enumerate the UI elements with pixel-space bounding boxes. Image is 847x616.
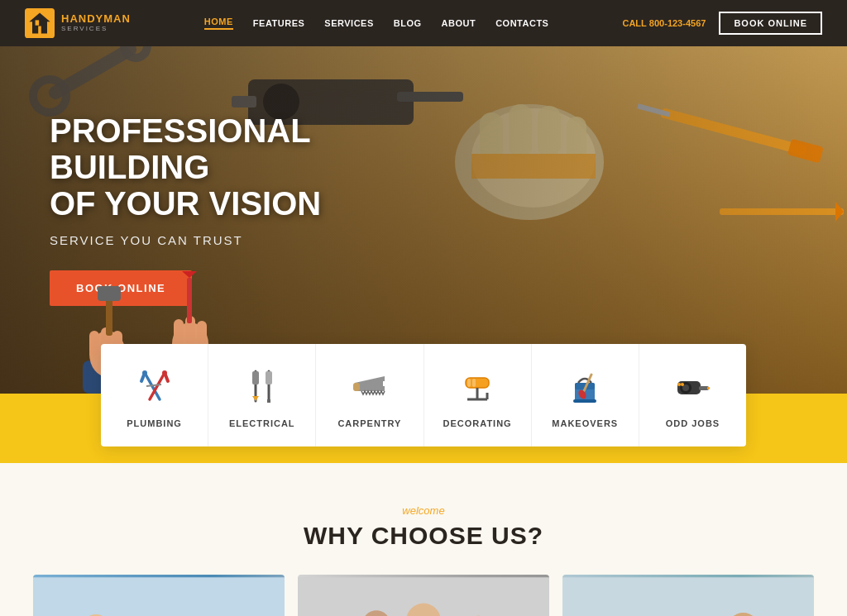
svg-rect-58 xyxy=(467,379,471,387)
hero-title-line2: OF YOUR VISION xyxy=(50,185,321,222)
service-electrical[interactable]: ELECTRICAL xyxy=(208,344,316,446)
why-title: WHY CHOOSE US? xyxy=(33,522,814,550)
why-images xyxy=(33,575,814,616)
svg-point-42 xyxy=(142,370,147,375)
svg-rect-33 xyxy=(174,319,184,346)
plumbing-icon xyxy=(134,367,175,408)
svg-rect-26 xyxy=(89,331,99,356)
svg-rect-59 xyxy=(472,379,476,387)
logo-brand-part1: HANDY xyxy=(61,12,103,25)
makeovers-icon xyxy=(564,367,605,408)
logo: HANDYMAN SERVICES xyxy=(25,8,131,38)
decorating-label: DECORATING xyxy=(443,418,512,428)
svg-rect-72 xyxy=(33,577,285,616)
why-image-1 xyxy=(33,575,285,616)
call-info: CALL 800-123-4567 xyxy=(622,18,706,28)
nav-services[interactable]: SERVICES xyxy=(324,18,373,28)
why-section: welcome WHY CHOOSE US? xyxy=(0,463,847,616)
svg-point-71 xyxy=(681,383,684,386)
logo-text: HANDYMAN SERVICES xyxy=(61,13,131,32)
call-number[interactable]: 800-123-4567 xyxy=(649,18,706,28)
svg-rect-30 xyxy=(98,286,121,301)
service-odd-jobs[interactable]: ODD JOBS xyxy=(639,344,746,446)
svg-rect-2 xyxy=(36,20,40,25)
services-card: PLUMBING ELECTRICAL xyxy=(101,344,746,446)
header-book-button[interactable]: BOOK ONLINE xyxy=(719,12,822,35)
hero-title-line1: PROFESSIONAL BUILDING xyxy=(50,112,310,185)
logo-brand: HANDYMAN xyxy=(61,13,131,25)
svg-rect-52 xyxy=(353,383,360,391)
svg-rect-49 xyxy=(266,371,272,384)
odd-jobs-label: ODD JOBS xyxy=(666,418,720,428)
service-makeovers[interactable]: MAKEOVERS xyxy=(532,344,639,446)
nav-about[interactable]: ABOUT xyxy=(442,18,476,28)
electrical-label: ELECTRICAL xyxy=(229,418,295,428)
svg-marker-37 xyxy=(182,271,197,278)
electrical-icon xyxy=(242,367,283,408)
svg-rect-36 xyxy=(187,278,192,323)
svg-rect-50 xyxy=(267,399,270,403)
makeovers-label: MAKEOVERS xyxy=(552,418,618,428)
logo-icon xyxy=(25,8,55,38)
odd-jobs-icon xyxy=(672,367,713,408)
nav-features[interactable]: FEATURES xyxy=(253,18,304,28)
service-decorating[interactable]: DECORATING xyxy=(424,344,532,446)
why-welcome: welcome xyxy=(33,504,814,517)
logo-brand-accent: MAN xyxy=(103,12,131,25)
svg-rect-46 xyxy=(252,371,259,384)
header-right: CALL 800-123-4567 BOOK ONLINE xyxy=(622,12,822,35)
carpentry-label: CARPENTRY xyxy=(337,418,401,428)
service-plumbing[interactable]: PLUMBING xyxy=(101,344,208,446)
services-bar: PLUMBING ELECTRICAL xyxy=(0,394,847,463)
hero-title: PROFESSIONAL BUILDING OF YOUR VISION xyxy=(50,112,447,222)
svg-rect-85 xyxy=(562,577,814,616)
nav-contacts[interactable]: CONTACTS xyxy=(495,18,548,28)
nav-blog[interactable]: BLOG xyxy=(394,18,422,28)
carpentry-icon xyxy=(349,367,390,408)
svg-rect-64 xyxy=(573,399,596,403)
svg-line-44 xyxy=(146,384,161,386)
site-header: HANDYMAN SERVICES HOME FEATURES SERVICES… xyxy=(0,0,847,46)
call-label: CALL xyxy=(622,18,646,28)
plumbing-label: PLUMBING xyxy=(127,418,182,428)
decorating-icon xyxy=(457,367,498,408)
svg-point-43 xyxy=(162,370,167,375)
why-image-3 xyxy=(562,575,814,616)
nav-home[interactable]: HOME xyxy=(204,17,233,30)
svg-marker-47 xyxy=(252,396,259,401)
hero-section: PROFESSIONAL BUILDING OF YOUR VISION SER… xyxy=(0,46,847,394)
service-carpentry[interactable]: CARPENTRY xyxy=(316,344,424,446)
why-image-2 xyxy=(298,575,549,616)
hero-subtitle: SERVICE YOU CAN TRUST xyxy=(50,233,447,247)
main-nav: HOME FEATURES SERVICES BLOG ABOUT CONTAC… xyxy=(204,17,549,30)
svg-point-70 xyxy=(677,383,681,386)
svg-rect-35 xyxy=(197,321,207,344)
logo-tagline: SERVICES xyxy=(61,26,131,33)
svg-rect-69 xyxy=(707,387,710,389)
